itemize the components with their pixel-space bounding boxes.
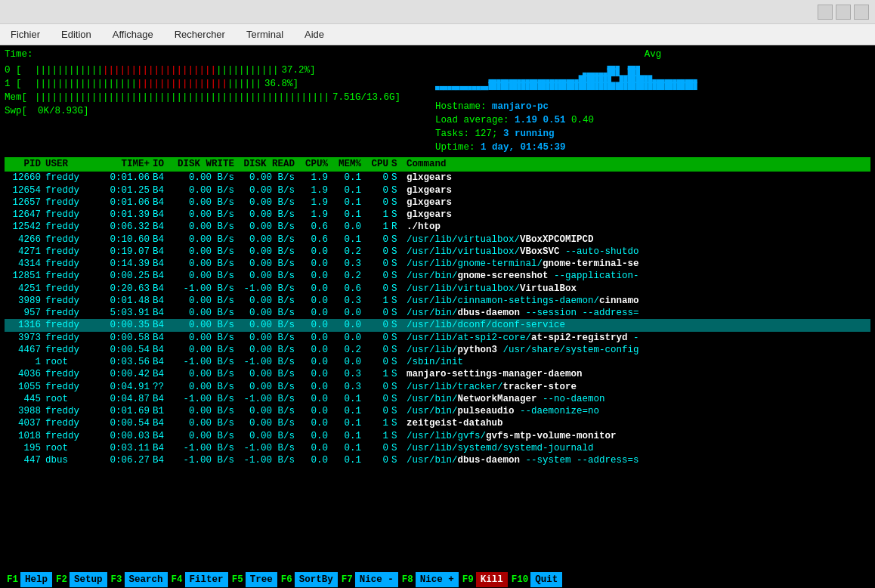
table-row[interactable]: 1018 freddy 0:00.03 B4 0.00 B/s 0.00 B/s… — [5, 430, 870, 442]
table-row[interactable]: 4251 freddy 0:20.63 B4 -1.00 B/s -1.00 B… — [5, 283, 870, 295]
io-cell: B4 — [153, 209, 177, 221]
table-row[interactable]: 4036 freddy 0:00.42 B4 0.00 B/s 0.00 B/s… — [5, 368, 870, 380]
table-row[interactable]: 12657 freddy 0:01.06 B4 0.00 B/s 0.00 B/… — [5, 197, 870, 209]
menu-terminal[interactable]: Terminal — [242, 27, 288, 42]
table-row[interactable]: 12647 freddy 0:01.39 B4 0.00 B/s 0.00 B/… — [5, 209, 870, 221]
menu-affichage[interactable]: Affichage — [108, 27, 158, 42]
time-cell: 0:00.25 — [100, 270, 153, 282]
mem-cell: 0.1 — [331, 234, 364, 246]
table-row[interactable]: 12851 freddy 0:00.25 B4 0.00 B/s 0.00 B/… — [5, 270, 870, 282]
footer-label-quit[interactable]: Quit — [530, 572, 562, 588]
footer-label-search[interactable]: Search — [125, 572, 168, 588]
cpu1-value: 36.8%] — [264, 78, 298, 91]
diskr-cell: 0.00 B/s — [237, 381, 298, 393]
table-row[interactable]: 12654 freddy 0:01.25 B4 0.00 B/s 0.00 B/… — [5, 184, 870, 197]
diskr-cell: -1.00 B/s — [237, 454, 298, 466]
s-cell: R — [391, 221, 407, 233]
mem-cell: 0.3 — [331, 258, 364, 270]
close-button[interactable] — [854, 5, 869, 20]
cpu0-label: 0 [ — [5, 64, 35, 77]
terminal-area: Time: 0 [ ||||||||||||||||||||||||||||||… — [0, 45, 875, 588]
footer-key-f2: F2 — [54, 572, 70, 588]
table-row[interactable]: 3988 freddy 0:01.69 B1 0.00 B/s 0.00 B/s… — [5, 405, 870, 417]
time-cell: 0:03.11 — [100, 442, 153, 454]
table-row[interactable]: 445 root 0:04.87 B4 -1.00 B/s -1.00 B/s … — [5, 393, 870, 405]
footer-label-help[interactable]: Help — [20, 572, 52, 588]
graph-area: ▄▄▄ ▄▄▄ ▄▄▄▄▄▄███ ███ ▄▄▄▄▄▄▄▄▄▄▄▄▄▄▄▄▄▄… — [435, 63, 870, 101]
cmd-col: /usr/lib/virtualbox/VBoxSVC --auto-shutd… — [407, 246, 869, 258]
cmd-col: /usr/lib/gnome-terminal/gnome-terminal-s… — [407, 258, 869, 270]
header-s: S — [391, 158, 407, 171]
footer-label-setup[interactable]: Setup — [70, 572, 107, 588]
table-row[interactable]: 3973 freddy 0:00.58 B4 0.00 B/s 0.00 B/s… — [5, 332, 870, 344]
cmd-cell: /usr/lib/gvfs/gvfs-mtp-volume-monitor — [407, 431, 617, 441]
s-cell: S — [391, 295, 407, 307]
cpu1-bar-green: |||||||||||||||||| — [35, 78, 137, 91]
user-cell: freddy — [45, 405, 100, 417]
cpu-cell: 0.0 — [298, 454, 331, 466]
cmd-cell: /usr/lib/dconf/dconf-service — [407, 320, 565, 330]
menu-aide[interactable]: Aide — [300, 27, 329, 42]
cpun-cell: 0 — [364, 184, 391, 197]
table-row[interactable]: 957 freddy 5:03.91 B4 0.00 B/s 0.00 B/s … — [5, 307, 870, 319]
cmd-col: zeitgeist-datahub — [407, 417, 869, 429]
time-cell: 0:01.06 — [100, 172, 153, 184]
cpu-cell: 0.0 — [298, 356, 331, 368]
table-row[interactable]: 1316 freddy 0:00.35 B4 0.00 B/s 0.00 B/s… — [5, 319, 870, 331]
cpu0-bar-empty: ||||||||||| — [216, 64, 279, 77]
footer-key-f10: F10 — [509, 572, 531, 588]
menu-edition[interactable]: Edition — [57, 27, 96, 42]
menu-rechercher[interactable]: Rechercher — [170, 27, 230, 42]
footer-label-nice[interactable]: Nice + — [416, 572, 459, 588]
cmd-col: glxgears — [407, 172, 869, 184]
mem-cell: 0.1 — [331, 393, 364, 405]
s-cell: S — [391, 356, 407, 368]
diskr-cell: 0.00 B/s — [237, 332, 298, 344]
cmd-cell: glxgears — [407, 197, 452, 208]
diskw-cell: -1.00 B/s — [177, 283, 237, 295]
cpu-cell: 0.0 — [298, 246, 331, 258]
table-row[interactable]: 12542 freddy 0:06.32 B4 0.00 B/s 0.00 B/… — [5, 221, 870, 233]
pid-cell: 195 — [6, 442, 45, 454]
table-row[interactable]: 12660 freddy 0:01.06 B4 0.00 B/s 0.00 B/… — [5, 172, 870, 184]
minimize-button[interactable] — [818, 5, 833, 20]
swp-value: 0K/8.93G] — [38, 105, 89, 118]
diskr-cell: 0.00 B/s — [237, 368, 298, 380]
io-cell: B4 — [153, 454, 177, 466]
table-row[interactable]: 4271 freddy 0:19.07 B4 0.00 B/s 0.00 B/s… — [5, 246, 870, 258]
table-row[interactable]: 4037 freddy 0:00.54 B4 0.00 B/s 0.00 B/s… — [5, 417, 870, 429]
footer-label-sortby[interactable]: SortBy — [295, 572, 338, 588]
io-cell: B4 — [153, 393, 177, 405]
user-cell: freddy — [45, 221, 100, 233]
table-row[interactable]: 4467 freddy 0:00.54 B4 0.00 B/s 0.00 B/s… — [5, 344, 870, 356]
mem-cell: 0.1 — [331, 442, 364, 454]
header-diskwrite: DISK WRITE — [177, 158, 237, 171]
table-row[interactable]: 4266 freddy 0:10.60 B4 0.00 B/s 0.00 B/s… — [5, 234, 870, 246]
s-cell: S — [391, 368, 407, 380]
table-row[interactable]: 3989 freddy 0:01.48 B4 0.00 B/s 0.00 B/s… — [5, 295, 870, 307]
time-cell: 0:04.87 — [100, 393, 153, 405]
table-row[interactable]: 1055 freddy 0:04.91 ?? 0.00 B/s 0.00 B/s… — [5, 381, 870, 393]
cmd-cell: /usr/lib/tracker/tracker-store — [407, 382, 577, 392]
table-row[interactable]: 1 root 0:03.56 B4 -1.00 B/s -1.00 B/s 0.… — [5, 356, 870, 368]
user-cell: root — [45, 356, 100, 368]
time-cell: 0:01.39 — [100, 209, 153, 221]
diskr-cell: 0.00 B/s — [237, 258, 298, 270]
cpun-cell: 0 — [364, 442, 391, 454]
table-row[interactable]: 4314 freddy 0:14.39 B4 0.00 B/s 0.00 B/s… — [5, 258, 870, 270]
menu-fichier[interactable]: Fichier — [6, 27, 45, 42]
pid-cell: 4037 — [6, 417, 45, 429]
io-cell: B4 — [153, 221, 177, 233]
footer-label-tree[interactable]: Tree — [246, 572, 277, 588]
diskr-cell: -1.00 B/s — [237, 356, 298, 368]
io-cell: B4 — [153, 184, 177, 197]
maximize-button[interactable] — [836, 5, 851, 20]
diskw-cell: 0.00 B/s — [177, 234, 237, 246]
user-cell: freddy — [45, 430, 100, 442]
cpu1-row: 1 [ ||||||||||||||||||||||||||||||||||||… — [5, 78, 428, 91]
footer-label-filter[interactable]: Filter — [185, 572, 228, 588]
footer-label-kill[interactable]: Kill — [476, 572, 508, 588]
table-row[interactable]: 195 root 0:03.11 B4 -1.00 B/s -1.00 B/s … — [5, 442, 870, 454]
footer-label-nice[interactable]: Nice - — [355, 572, 398, 588]
table-row[interactable]: 447 dbus 0:06.27 B4 -1.00 B/s -1.00 B/s … — [5, 454, 870, 466]
